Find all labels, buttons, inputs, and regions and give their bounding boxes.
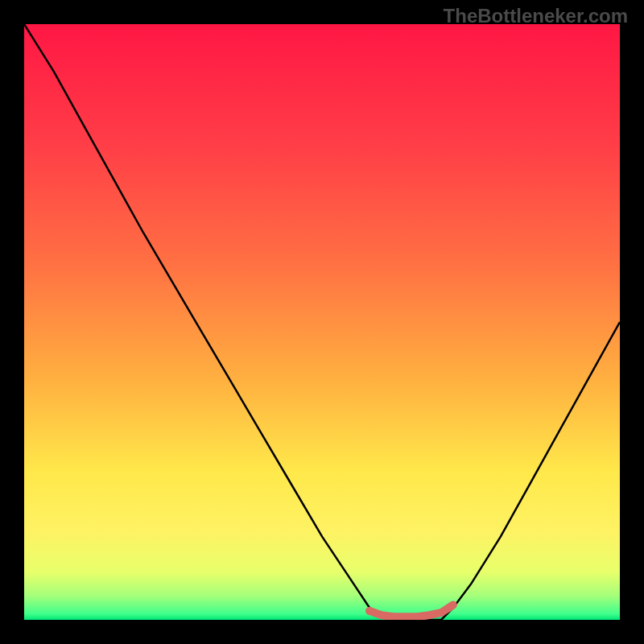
chart-svg: [24, 24, 620, 620]
chart-container: TheBottleneker.com: [0, 0, 644, 644]
plot-area: [24, 24, 620, 620]
gradient-rect: [24, 24, 620, 620]
watermark-text: TheBottleneker.com: [444, 5, 628, 27]
